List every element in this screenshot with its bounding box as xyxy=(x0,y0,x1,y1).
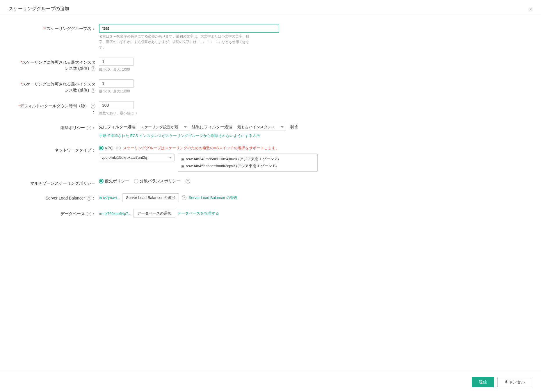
group-name-label: **スケーリンググループ名： xyxy=(17,24,99,32)
priority-radio-button[interactable] xyxy=(99,179,104,183)
network-type-options: VPC ? スケーリンググループはスケーリングのための複数のVSスイッチの選択を… xyxy=(99,145,524,151)
cooldown-label: *デフォルトのクールダウン時間（秒） ?： xyxy=(17,101,99,115)
min-instances-hint: 最小: 0、最大: 1000 xyxy=(99,89,250,94)
max-instances-hint: 最小: 0、最大: 1000 xyxy=(99,67,250,72)
multiscaling-label: マルチゾーンスケーリングポリシー xyxy=(17,179,99,186)
vpc-warning-text: スケーリンググループはスケーリングのための複数のVSスイッチの選択をサポートしま… xyxy=(123,145,279,151)
dialog-body: **スケーリンググループ名： 名前は２～40文字の長さにする必要があります。最初… xyxy=(0,15,541,234)
group-name-content: 名前は２～40文字の長さにする必要があります。最初の文字は、大文字または小文字の… xyxy=(99,24,524,51)
deletion-policy-prefix: 先にフィルター処理 xyxy=(99,124,136,130)
multiscaling-row: マルチゾーンスケーリングポリシー 優先ポリシー 分散バランスポリシー ? xyxy=(17,179,524,186)
deletion-policy-link-container: 手動で追加された ECS インスタンスがスケーリンググループから削除されないよう… xyxy=(99,133,524,138)
vpc-select[interactable]: vpc-t4nkr15ukrpkaai7unt2q xyxy=(99,154,175,161)
min-instances-label: *スケーリングに許可される最小インスタンス数 (単位) ? xyxy=(17,79,99,93)
network-type-row: ネットワークタイプ： VPC ? スケーリンググループはスケーリングのための複数… xyxy=(17,145,524,172)
database-content: rm-iz760xno64p7... データベースの選択 データベースを管理する xyxy=(99,209,524,218)
vsw-icon-2: ▣ xyxy=(181,164,184,168)
vpc-label: VPC xyxy=(105,146,113,150)
max-instances-row: *スケーリングに許可される最大インスタンス数 (単位) ? 最小: 0、最大: … xyxy=(17,58,524,72)
min-instances-content: 最小: 0、最大: 1000 xyxy=(99,79,524,94)
vsw-item-1: ▣ vsw-t4n348md5m911lm4jkuok (アジア東南 1 ゾーン… xyxy=(181,156,314,163)
distributed-label: 分散バランスポリシー xyxy=(140,179,180,184)
network-type-content: VPC ? スケーリンググループはスケーリングのための複数のVSスイッチの選択を… xyxy=(99,145,524,172)
database-manage-link[interactable]: データベースを管理する xyxy=(177,211,219,216)
vpc-radio-button[interactable] xyxy=(99,146,104,150)
group-name-input[interactable] xyxy=(99,24,279,33)
database-controls: rm-iz760xno64p7... データベースの選択 データベースを管理する xyxy=(99,209,524,218)
slb-content: lb-iz7jmwd... Server Load Balancer の選択 ?… xyxy=(99,193,524,202)
deletion-policy-middle: 結果にフィルター処理 xyxy=(192,124,232,130)
deletion-policy-help-icon[interactable]: ? xyxy=(87,126,91,130)
network-type-label: ネットワークタイプ： xyxy=(17,145,99,153)
vsw-label-1: vsw-t4n348md5m911lm4jkuok (アジア東南 1 ゾーン A… xyxy=(186,156,279,162)
slb-label: Server Load Balancer ?： xyxy=(17,193,99,201)
multiscaling-help-icon[interactable]: ? xyxy=(186,179,190,183)
dialog-title: スケーリンググループの追加 xyxy=(9,6,69,12)
min-instances-help-icon[interactable]: ? xyxy=(91,88,95,93)
vsw-icon-1: ▣ xyxy=(181,157,184,161)
group-name-row: **スケーリンググループ名： 名前は２～40文字の長さにする必要があります。最初… xyxy=(17,24,524,51)
deletion-policy-select2[interactable]: 最も古いインスタンス 最も新しいインスタンス xyxy=(235,123,286,131)
deletion-policy-link[interactable]: 手動で追加された ECS インスタンスがスケーリンググループから削除されないよう… xyxy=(99,133,260,138)
cooldown-row: *デフォルトのクールダウン時間（秒） ?： 整数であり、最小値は 0 xyxy=(17,101,524,116)
cancel-button[interactable]: キャンセル xyxy=(497,377,532,387)
dialog-footer: 送信 キャンセル xyxy=(0,372,541,392)
deletion-policy-label: 削除ポリシー ?： xyxy=(17,123,99,131)
dialog-container: スケーリンググループの追加 × **スケーリンググループ名： 名前は２～40文字… xyxy=(0,0,541,392)
deletion-policy-suffix: 削除 xyxy=(290,124,298,130)
deletion-policy-controls: 先にフィルター処理 スケーリング設定が最 スケーリング設定が最古 結果にフィルタ… xyxy=(99,123,524,131)
max-instances-help-icon[interactable]: ? xyxy=(91,66,95,71)
vsw-label-2: vsw-t4n45bcbneefmafk2cpv3 (アジア東南 1 ゾーン B… xyxy=(186,163,277,169)
database-label: データベース ?： xyxy=(17,209,99,217)
deletion-policy-select1[interactable]: スケーリング設定が最 スケーリング設定が最古 xyxy=(138,123,189,131)
min-instances-row: *スケーリングに許可される最小インスタンス数 (単位) ? 最小: 0、最大: … xyxy=(17,79,524,94)
max-instances-content: 最小: 0、最大: 1000 xyxy=(99,58,524,72)
slb-select-help-icon[interactable]: ? xyxy=(182,195,186,200)
multiscaling-options: 優先ポリシー 分散バランスポリシー ? xyxy=(99,179,524,184)
database-current-link[interactable]: rm-iz760xno64p7... xyxy=(99,211,131,216)
network-type-help-icon[interactable]: ? xyxy=(116,146,121,150)
max-instances-label: *スケーリングに許可される最大インスタンス数 (単位) ? xyxy=(17,58,99,72)
vpc-radio-option[interactable]: VPC xyxy=(99,146,113,150)
priority-label: 優先ポリシー xyxy=(105,179,129,184)
vpc-select-row: vpc-t4nkr15ukrpkaai7unt2q ▣ vsw-t4n348md… xyxy=(99,154,524,172)
deletion-policy-row: 削除ポリシー ?： 先にフィルター処理 スケーリング設定が最 スケーリング設定が… xyxy=(17,123,524,138)
vsw-list: ▣ vsw-t4n348md5m911lm4jkuok (アジア東南 1 ゾーン… xyxy=(178,154,318,172)
slb-manage-link[interactable]: Server Load Balancer の管理 xyxy=(189,195,238,200)
cooldown-help-icon[interactable]: ? xyxy=(91,104,95,108)
slb-row: Server Load Balancer ?： lb-iz7jmwd... Se… xyxy=(17,193,524,202)
distributed-radio-button[interactable] xyxy=(134,179,138,183)
slb-help-icon[interactable]: ? xyxy=(87,196,91,201)
cooldown-input[interactable] xyxy=(99,101,134,109)
cooldown-content: 整数であり、最小値は 0 xyxy=(99,101,524,116)
priority-radio-option[interactable]: 優先ポリシー xyxy=(99,179,129,184)
dialog-header: スケーリンググループの追加 × xyxy=(0,0,541,15)
deletion-policy-content: 先にフィルター処理 スケーリング設定が最 スケーリング設定が最古 結果にフィルタ… xyxy=(99,123,524,138)
slb-controls: lb-iz7jmwd... Server Load Balancer の選択 ?… xyxy=(99,193,524,202)
cooldown-hint: 整数であり、最小値は 0 xyxy=(99,111,250,116)
max-instances-input[interactable] xyxy=(99,58,134,66)
database-help-icon[interactable]: ? xyxy=(87,212,91,216)
vsw-item-2: ▣ vsw-t4n45bcbneefmafk2cpv3 (アジア東南 1 ゾーン… xyxy=(181,163,314,170)
slb-select-button[interactable]: Server Load Balancer の選択 xyxy=(122,193,179,202)
distributed-radio-option[interactable]: 分散バランスポリシー xyxy=(134,179,180,184)
database-select-button[interactable]: データベースの選択 xyxy=(134,209,175,218)
group-name-hint: 名前は２～40文字の長さにする必要があります。最初の文字は、大文字または小文字の… xyxy=(99,34,250,51)
min-instances-input[interactable] xyxy=(99,79,134,88)
close-button[interactable]: × xyxy=(529,6,532,12)
database-row: データベース ?： rm-iz760xno64p7... データベースの選択 デ… xyxy=(17,209,524,218)
slb-current-link[interactable]: lb-iz7jmwd... xyxy=(99,196,120,200)
multiscaling-content: 優先ポリシー 分散バランスポリシー ? xyxy=(99,179,524,184)
submit-button[interactable]: 送信 xyxy=(472,377,494,387)
